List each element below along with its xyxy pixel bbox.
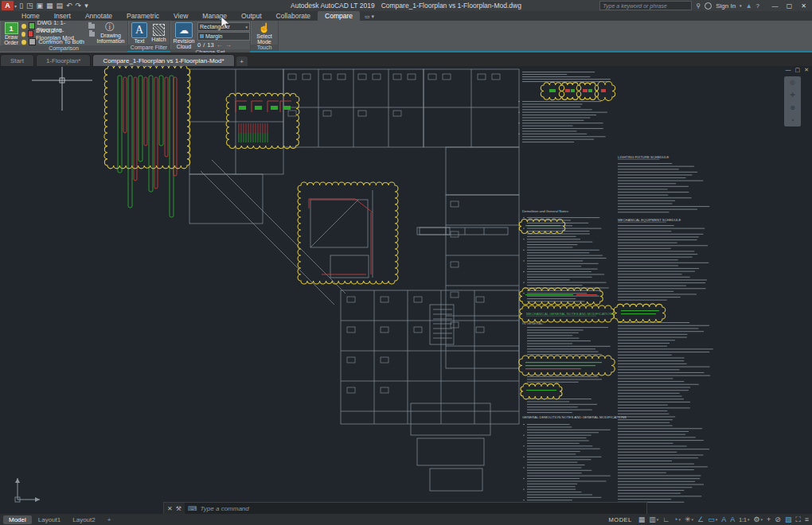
drawing-information-button[interactable]: ⓘ Drawing Information [97,22,124,44]
plot-icon[interactable]: ▤ [57,1,64,10]
select-mode-button[interactable]: ☝ Select Mode [254,22,275,45]
search-icon[interactable]: ⚲ [696,2,701,10]
note-heading: Demolition and General Notes: [522,209,569,213]
layout-tab-+[interactable]: + [102,515,117,524]
folder-icon[interactable] [89,32,95,37]
annotation-visibility-icon[interactable]: A [721,515,726,523]
file-tab[interactable]: 1-Floorplan* [36,54,92,66]
drawing-canvas[interactable]: Demolition and General Notes:MECHANICAL … [0,66,812,514]
lightbulb-icon[interactable] [21,40,26,45]
command-customize-icon[interactable]: ⚒ [176,505,182,512]
text-icon: A [135,24,143,37]
sign-in-button[interactable]: Sign In [716,2,736,10]
previous-change-button[interactable]: ← [217,42,223,49]
crosshair-cursor [32,67,92,111]
object-snap-icon[interactable]: ∠ [697,515,704,523]
annotation-autoscale-icon[interactable]: A [730,515,735,523]
color-swatch[interactable] [29,22,35,29]
ribbon-tab-collaborate[interactable]: Collaborate [269,11,318,21]
revision-cloud[interactable] [298,182,398,284]
draw-order-button[interactable]: 1 Draw Order [3,22,19,45]
cloud-style-select[interactable]: Rectangular▾ [197,22,250,31]
ribbon-tab-parametric[interactable]: Parametric [119,11,166,21]
ribbon-tab-manage[interactable]: Manage [195,11,234,21]
navbar-tool-icon[interactable]: ⊕ [790,104,795,111]
polar-tracking-icon[interactable]: ◔▾ [673,515,681,523]
minimize-button[interactable]: — [768,1,782,10]
note-heading: MECHANICAL EQUIPMENT SCHEDULE [618,218,681,222]
compare-filter-panel: A Text Hatch Compare Filter [128,21,170,51]
note-heading: GENERAL DEMOLITION NOTES AND GENERAL MOD… [522,415,627,419]
snap-icon[interactable]: ▥▾ [649,515,658,523]
a360-icon[interactable]: ▲ [746,2,752,10]
ribbon-tab-output[interactable]: Output [234,11,269,21]
doc-restore-button[interactable]: ▢ [795,67,801,73]
doc-close-button[interactable]: ✕ [804,67,809,73]
change-set-panel: ☁ Revision Cloud Rectangular▾ Margin 0 / [170,21,251,51]
sign-in-caret-icon[interactable]: ▾ [740,3,742,8]
customization-plus-icon[interactable]: + [767,515,771,523]
title-bar: A ▾ ▯◳▣▦▤↶↷▾ Autodesk AutoCAD LT 2019Com… [0,0,812,11]
layout-tab-model[interactable]: Model [3,515,32,524]
save-as-icon[interactable]: ▦ [46,1,53,10]
search-input[interactable]: Type a keyword or phrase [599,1,692,10]
margin-icon [200,34,204,38]
undo-icon[interactable]: ↶ [66,1,72,10]
lineweight-icon[interactable]: ▭▾ [708,515,717,523]
hand-icon: ☝ [259,22,271,33]
ribbon-tab-compare[interactable]: Compare [318,11,360,21]
text-filter-button[interactable]: A Text [131,22,147,44]
new-file-icon[interactable]: ▯ [19,1,23,10]
color-swatch[interactable] [28,30,33,37]
layout-tab-layout2[interactable]: Layout2 [67,515,100,524]
menu-icon[interactable]: ≡ [805,515,809,523]
file-tab[interactable]: Compare_1-Floorplan vs 1-Floorplan-Mod* [92,54,234,66]
navigation-bar[interactable]: ◎✛⊕◔ [784,76,801,126]
command-close-icon[interactable]: ✕ [167,505,173,512]
close-button[interactable]: ✕ [797,1,810,10]
help-icon[interactable]: ? [756,2,759,10]
margin-input[interactable]: Margin [197,32,250,41]
lightbulb-icon[interactable] [21,24,25,29]
navbar-tool-icon[interactable]: ◎ [790,79,795,86]
revision-cloud-button[interactable]: ☁ Revision Cloud [174,22,194,49]
navbar-tool-icon[interactable]: ✛ [790,91,795,99]
clean-screen-icon[interactable]: ⛶ [795,515,800,524]
touch-panel: ☝ Select Mode Touch [251,21,279,51]
annotation-scale-label[interactable]: 1:1▾ [739,517,749,523]
ribbon-tab-bar: HomeInsertAnnotateParametricViewManageOu… [0,11,812,21]
ribbon-display-toggle[interactable]: ▭ ▾ [365,14,374,21]
revision-cloud[interactable] [521,383,562,399]
doc-minimize-button[interactable]: — [786,67,791,73]
comparison-row-3[interactable]: Common To Both [21,38,95,45]
comparison-row-2[interactable]: DWG 2: 1-Floorplan Mod [21,30,95,37]
new-file-tab-button[interactable]: + [236,56,248,66]
autocad-logo[interactable]: A [2,1,14,10]
logo-caret-icon[interactable]: ▾ [14,3,17,9]
lightbulb-icon[interactable] [21,32,25,37]
isolate-objects-icon[interactable]: ⊘ [775,515,781,523]
model-space-button[interactable]: MODEL [607,515,634,524]
next-change-button[interactable]: → [225,42,232,49]
graphics-performance-icon[interactable]: ▧ [785,515,792,523]
customize-caret-icon[interactable]: ▾ [84,1,88,10]
redo-icon[interactable]: ↷ [76,1,82,10]
command-input[interactable]: ⌨ Type a command [185,503,646,514]
layout-tab-layout1[interactable]: Layout1 [33,515,66,524]
object-snap-tracking-icon[interactable]: ✳▾ [685,515,693,523]
restore-button[interactable]: ▢ [783,1,796,10]
keyboard-icon: ⌨ [188,505,197,512]
navbar-tool-icon[interactable]: ◔ [791,117,794,124]
revision-cloud[interactable] [614,304,666,322]
color-swatch[interactable] [29,38,36,45]
save-icon[interactable]: ▣ [36,1,43,10]
ortho-icon[interactable]: ∟ [662,515,670,523]
comparison-panel-label: Comparison [0,45,127,52]
open-folder-icon[interactable]: ◳ [26,1,33,10]
grid-icon[interactable]: ▦ [638,515,646,523]
folder-icon[interactable] [88,24,95,29]
ribbon-tab-view[interactable]: View [166,11,195,21]
file-tab[interactable]: Start [0,54,34,66]
workspace-gear-icon[interactable]: ⚙▾ [754,515,763,523]
hatch-filter-button[interactable]: Hatch [151,22,166,42]
